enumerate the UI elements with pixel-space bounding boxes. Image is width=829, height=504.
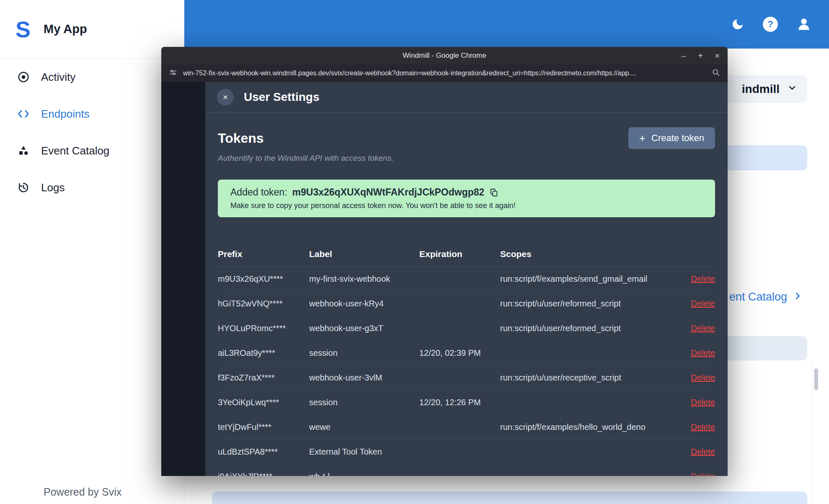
workspace-name: indmill	[742, 82, 780, 96]
token-row: f3FzoZ7raX**** webhook-user-3vlM run:scr…	[218, 365, 715, 390]
sidebar: S My App Activity Endpoints Event Catalo…	[0, 0, 184, 504]
token-label: webhook-user-kRy4	[309, 299, 419, 309]
close-icon: ×	[223, 92, 228, 102]
plus-icon: +	[639, 133, 646, 144]
user-settings-drawer: × User Settings Tokens + Create token Au…	[205, 82, 728, 476]
event-catalog-link[interactable]: ent Catalog	[729, 291, 802, 303]
token-label: External Tool Token	[309, 447, 419, 457]
page-underlay	[161, 82, 205, 476]
scrollbar-track	[812, 363, 813, 504]
token-scopes: run:script/u/user/reformed_script	[500, 324, 677, 333]
token-expiration: 12/20, 12:26 PM	[419, 398, 500, 407]
url-text[interactable]: win-752-fix-svix-webhook-win.windmill.pa…	[183, 69, 706, 77]
background-panel	[212, 491, 807, 504]
token-value: m9U3x26qXUXqNWtFAKrdjJCkPOdwgp82	[292, 187, 485, 198]
sidebar-item-endpoints[interactable]: Endpoints	[0, 95, 184, 132]
site-settings-icon[interactable]	[169, 68, 177, 78]
brand: S My App	[0, 0, 184, 59]
token-row: aiL3ROat9y**** session 12/20, 02:39 PM D…	[218, 341, 715, 365]
tokens-subtitle: Authentify to the Windmill API with acce…	[218, 154, 715, 163]
token-scopes: run:script/u/user/receptive_script	[500, 373, 677, 383]
token-label: webhook-user-g3xT	[309, 324, 419, 333]
delete-token-link[interactable]: Delete	[691, 348, 715, 357]
column-header-prefix: Prefix	[218, 249, 309, 259]
token-row: hGiT52wVNQ**** webhook-user-kRy4 run:scr…	[218, 291, 715, 316]
token-row: tetYjDwFul**** wewe run:script/f/example…	[218, 415, 715, 440]
token-prefix: HYOLuPRomc****	[218, 324, 309, 333]
drawer-header: × User Settings	[205, 82, 728, 113]
token-label: session	[309, 398, 419, 407]
event-catalog-link-label: ent Catalog	[729, 291, 787, 303]
maximize-button[interactable]: +	[697, 51, 704, 61]
browser-window: Windmill - Google Chrome – + × win-752-f…	[161, 47, 728, 476]
token-expiration: 12/20, 02:39 PM	[419, 348, 500, 358]
token-label: session	[309, 348, 419, 358]
sidebar-item-logs[interactable]: Logs	[0, 169, 184, 206]
banner-token-line: Added token: m9U3x26qXUXqNWtFAKrdjJCkPOd…	[230, 187, 702, 198]
success-banner: Added token: m9U3x26qXUXqNWtFAKrdjJCkPOd…	[218, 180, 715, 217]
token-prefix: f3FzoZ7raX****	[218, 373, 309, 383]
app-name: My App	[44, 22, 87, 36]
history-icon	[17, 181, 30, 194]
code-brackets-icon	[17, 107, 30, 121]
token-row: m9U3x26qXU**** my-first-svix-webhook run…	[218, 267, 715, 291]
token-row: HYOLuPRomc**** webhook-user-g3xT run:scr…	[218, 316, 715, 341]
delete-token-link[interactable]: Delete	[691, 472, 715, 476]
window-title: Windmill - Google Chrome	[403, 51, 486, 60]
column-header-scopes: Scopes	[500, 249, 677, 259]
powered-by-svix: Powered by Svix	[44, 486, 121, 498]
delete-token-link[interactable]: Delete	[691, 373, 715, 382]
chevron-right-icon	[793, 291, 802, 303]
delete-token-link[interactable]: Delete	[691, 324, 715, 333]
column-header-expiration: Expiration	[419, 249, 500, 259]
activity-icon	[17, 70, 30, 84]
sidebar-item-label: Endpoints	[41, 108, 90, 121]
delete-token-link[interactable]: Delete	[691, 398, 715, 407]
delete-token-link[interactable]: Delete	[691, 299, 715, 308]
token-prefix: tetYjDwFul****	[218, 422, 309, 432]
token-row: uLdBztSPA8**** External Tool Token Delet…	[218, 440, 715, 464]
tokens-section-header: Tokens + Create token	[218, 124, 715, 152]
banner-note: Make sure to copy your personal access t…	[230, 201, 702, 210]
minimize-button[interactable]: –	[680, 51, 687, 61]
delete-token-link[interactable]: Delete	[691, 274, 715, 283]
delete-token-link[interactable]: Delete	[691, 422, 715, 432]
token-scopes: run:script/f/examples/hello_world_deno	[500, 422, 677, 432]
token-scopes: run:script/f/examples/send_gmail_email	[500, 274, 677, 284]
sidebar-item-label: Activity	[41, 71, 75, 84]
window-title-bar[interactable]: Windmill - Google Chrome – + ×	[161, 47, 728, 64]
token-prefix: m9U3x26qXU****	[218, 274, 309, 284]
copy-icon[interactable]	[489, 188, 498, 197]
tokens-heading: Tokens	[218, 131, 264, 146]
token-row: i9AjXYkJlR**** wh-t-l Delete	[218, 464, 715, 476]
search-icon[interactable]	[712, 68, 720, 78]
chevron-down-icon	[787, 82, 797, 96]
create-token-button[interactable]: + Create token	[628, 127, 715, 149]
close-button[interactable]: ×	[713, 51, 721, 61]
sidebar-item-event-catalog[interactable]: Event Catalog	[0, 132, 184, 169]
drawer-close-button[interactable]: ×	[217, 89, 234, 105]
token-prefix: aiL3ROat9y****	[218, 348, 309, 358]
token-prefix: hGiT52wVNQ****	[218, 299, 309, 309]
sidebar-item-label: Logs	[41, 181, 65, 194]
token-row: 3YeOiKpLwq**** session 12/20, 12:26 PM D…	[218, 390, 715, 415]
token-label: my-first-svix-webhook	[309, 274, 419, 284]
sidebar-item-label: Event Catalog	[41, 144, 109, 157]
token-scopes: run:script/u/user/reformed_script	[500, 299, 677, 309]
svix-logo-icon: S	[11, 18, 35, 41]
token-prefix: i9AjXYkJlR****	[218, 472, 309, 476]
delete-token-link[interactable]: Delete	[691, 447, 715, 456]
sidebar-item-activity[interactable]: Activity	[0, 59, 184, 95]
event-catalog-icon	[17, 144, 30, 157]
token-label: wewe	[309, 422, 419, 432]
tokens-table: Prefix Label Expiration Scopes m9U3x26qX…	[218, 242, 715, 476]
column-header-label: Label	[309, 249, 419, 259]
url-bar: win-752-fix-svix-webhook-win.windmill.pa…	[161, 64, 728, 82]
scrollbar-thumb[interactable]	[814, 368, 818, 390]
token-prefix: uLdBztSPA8****	[218, 447, 309, 457]
browser-page: × User Settings Tokens + Create token Au…	[161, 82, 728, 476]
create-token-label: Create token	[651, 133, 704, 144]
token-prefix: 3YeOiKpLwq****	[218, 398, 309, 407]
sidebar-nav: Activity Endpoints Event Catalog Logs	[0, 59, 184, 206]
drawer-title: User Settings	[244, 90, 320, 104]
